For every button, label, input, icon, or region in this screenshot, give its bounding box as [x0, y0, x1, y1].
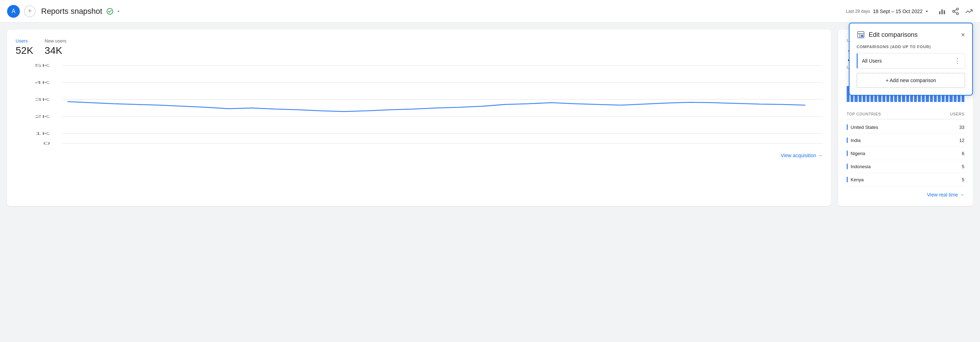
country-indicator [847, 137, 848, 143]
date-label: Last 28 days [846, 9, 870, 14]
main-content: Users 52K New users 34K 5K 4K 3K 2K 1K [0, 23, 980, 213]
line-chart: 5K 4K 3K 2K 1K 0 18 Sept 25 02 Oct [16, 62, 822, 147]
add-comparison-button[interactable]: + Add new comparison [857, 73, 965, 88]
country-name: India [847, 137, 861, 143]
svg-text:09: 09 [638, 146, 652, 147]
country-users: 5 [962, 164, 964, 169]
country-row: Kenya 5 [847, 173, 964, 186]
users-label: Users [16, 38, 33, 44]
country-users: 12 [959, 138, 964, 143]
new-users-label: New users [45, 38, 66, 44]
country-label: United States [851, 125, 878, 130]
users-value: 52K [16, 45, 33, 56]
svg-rect-2 [941, 9, 943, 14]
svg-text:3K: 3K [35, 97, 50, 101]
svg-text:4K: 4K [35, 80, 50, 85]
chart-svg: 5K 4K 3K 2K 1K 0 18 Sept 25 02 Oct [16, 62, 822, 147]
header-icons [938, 8, 973, 15]
svg-text:2K: 2K [35, 114, 50, 119]
svg-point-5 [953, 10, 955, 13]
country-label: India [851, 138, 861, 143]
comparisons-label: COMPARISONS (ADD UP TO FOUR) [857, 44, 965, 49]
check-circle-icon [107, 8, 113, 15]
avatar: A [7, 5, 20, 18]
trend-icon [965, 8, 973, 15]
country-name: Kenya [847, 177, 864, 182]
new-users-value: 34K [45, 45, 66, 56]
trend-icon-button[interactable] [965, 8, 973, 15]
country-indicator [847, 124, 848, 130]
close-button[interactable]: × [961, 31, 965, 39]
bar-chart-icon [938, 8, 946, 15]
svg-point-4 [956, 8, 959, 10]
country-users: 6 [962, 151, 964, 156]
comparison-item: All Users ⋮ [857, 53, 965, 69]
country-row: India 12 [847, 134, 964, 147]
svg-text:18: 18 [67, 146, 81, 147]
svg-rect-30 [861, 35, 863, 37]
svg-line-7 [955, 12, 956, 13]
country-indicator [847, 150, 848, 156]
country-row: Indonesia 5 [847, 160, 964, 173]
date-range: Last 28 days 18 Sept – 15 Oct 2022 [846, 8, 930, 14]
svg-text:02: 02 [448, 146, 462, 147]
svg-rect-1 [939, 11, 941, 14]
verified-badge [107, 8, 121, 15]
country-row: United States 33 [847, 121, 964, 134]
date-range-value[interactable]: 18 Sept – 15 Oct 2022 [873, 8, 930, 14]
countries-header: TOP COUNTRIES USERS [847, 109, 964, 119]
svg-point-0 [107, 8, 113, 14]
new-users-stat: New users 34K [45, 38, 66, 56]
comparison-menu-button[interactable]: ⋮ [954, 57, 961, 65]
users-col-header: USERS [950, 112, 964, 116]
svg-text:0: 0 [43, 141, 50, 146]
view-realtime-link[interactable]: View real time → [847, 192, 964, 198]
countries-list: United States 33 India 12 Nigeria 6 Indo… [847, 121, 964, 186]
panel-header: Edit comparisons × [857, 30, 965, 39]
country-label: Nigeria [851, 151, 865, 156]
country-indicator [847, 163, 848, 169]
svg-text:25: 25 [258, 146, 272, 147]
country-users: 5 [962, 177, 964, 182]
users-stat: Users 52K [16, 38, 33, 56]
page-title: Reports snapshot [41, 7, 102, 16]
chevron-down-icon[interactable] [116, 8, 121, 14]
header: A + Reports snapshot Last 28 days 18 Sep… [0, 0, 980, 23]
svg-point-6 [956, 13, 959, 14]
chevron-down-icon [924, 8, 930, 14]
svg-text:5K: 5K [35, 63, 50, 68]
comparison-item-text: All Users [862, 58, 882, 64]
share-icon [951, 8, 959, 15]
stats-row: Users 52K New users 34K [16, 38, 822, 56]
country-users: 33 [959, 125, 964, 130]
bar-chart-icon-button[interactable] [938, 8, 946, 15]
share-icon-button[interactable] [951, 8, 959, 15]
edit-comparisons-icon [857, 30, 865, 39]
svg-text:1K: 1K [35, 131, 50, 136]
country-label: Indonesia [851, 164, 870, 169]
countries-col-header: TOP COUNTRIES [847, 112, 881, 116]
view-acquisition-link[interactable]: View acquisition → [16, 153, 822, 158]
country-name: United States [847, 124, 878, 130]
country-name: Indonesia [847, 163, 870, 169]
country-label: Kenya [851, 177, 864, 182]
country-indicator [847, 177, 848, 182]
edit-comparisons-panel: Edit comparisons × COMPARISONS (ADD UP T… [849, 23, 973, 96]
country-name: Nigeria [847, 150, 865, 156]
users-chart-card: Users 52K New users 34K 5K 4K 3K 2K 1K [7, 30, 831, 206]
country-row: Nigeria 6 [847, 147, 964, 160]
svg-rect-3 [944, 10, 945, 14]
svg-line-8 [955, 9, 956, 11]
add-button[interactable]: + [24, 6, 35, 17]
panel-title: Edit comparisons [857, 30, 918, 39]
